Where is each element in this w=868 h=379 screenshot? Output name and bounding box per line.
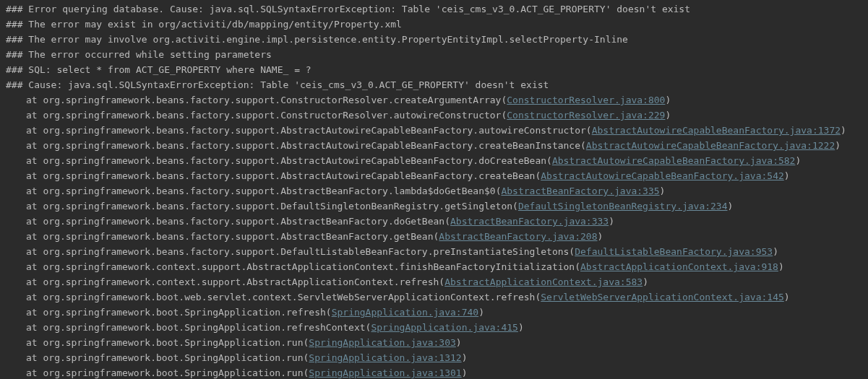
source-link[interactable]: AbstractApplicationContext.java:918 [580,261,778,272]
stack-frame: at org.springframework.beans.factory.sup… [6,123,862,138]
source-link[interactable]: AbstractBeanFactory.java:333 [450,216,609,227]
stack-frame: at org.springframework.beans.factory.sup… [6,214,862,229]
stack-method: at org.springframework.beans.factory.sup… [26,170,535,181]
source-link[interactable]: ServletWebServerApplicationContext.java:… [541,292,784,302]
stack-method: at org.springframework.context.support.A… [26,261,575,272]
stack-frame: at org.springframework.beans.factory.sup… [6,108,862,123]
stack-frame: at org.springframework.boot.SpringApplic… [6,350,862,365]
stack-method: at org.springframework.boot.web.servlet.… [26,292,535,302]
stack-method: at org.springframework.beans.factory.sup… [26,95,501,105]
stack-frame: at org.springframework.context.support.A… [6,274,862,289]
source-link[interactable]: SpringApplication.java:1312 [309,352,461,363]
stack-method: at org.springframework.beans.factory.sup… [26,231,434,242]
error-header-line: ### Cause: java.sql.SQLSyntaxErrorExcept… [6,77,862,92]
stack-frame: at org.springframework.boot.SpringApplic… [6,305,862,320]
stack-frame: at org.springframework.boot.SpringApplic… [6,335,862,350]
stack-frame: at org.springframework.beans.factory.sup… [6,92,862,108]
source-link[interactable]: AbstractApplicationContext.java:583 [444,276,643,287]
error-header-line: ### The error may involve org.activiti.e… [6,32,862,47]
error-header-line: ### The error may exist in org/activiti/… [6,17,862,32]
source-link[interactable]: AbstractAutowireCapableBeanFactory.java:… [552,155,796,166]
stack-frame: at org.springframework.beans.factory.sup… [6,183,862,199]
source-link[interactable]: DefaultListableBeanFactory.java:953 [575,246,773,257]
error-header-line: ### The error occurred while setting par… [6,47,862,62]
source-link[interactable]: AbstractBeanFactory.java:208 [439,231,597,242]
stack-method: at org.springframework.beans.factory.sup… [26,246,569,257]
stack-frame: at org.springframework.beans.factory.sup… [6,138,862,153]
stack-method: at org.springframework.boot.SpringApplic… [26,352,304,363]
error-header-line: ### SQL: select * from ACT_GE_PROPERTY w… [6,62,862,77]
stack-frame: at org.springframework.beans.factory.sup… [6,168,862,183]
stack-method: at org.springframework.boot.SpringApplic… [26,307,326,318]
stack-frame: at org.springframework.boot.SpringApplic… [6,365,862,379]
source-link[interactable]: ConstructorResolver.java:229 [507,110,665,121]
stack-method: at org.springframework.boot.SpringApplic… [26,337,304,348]
source-link[interactable]: SpringApplication.java:415 [371,322,518,333]
stack-method: at org.springframework.beans.factory.sup… [26,140,580,151]
source-link[interactable]: SpringApplication.java:303 [309,337,456,348]
stack-method: at org.springframework.beans.factory.sup… [26,125,586,136]
stack-frame: at org.springframework.beans.factory.sup… [6,153,862,168]
source-link[interactable]: AbstractAutowireCapableBeanFactory.java:… [592,125,841,136]
source-link[interactable]: AbstractBeanFactory.java:335 [501,186,659,196]
stack-method: at org.springframework.boot.SpringApplic… [26,322,366,333]
error-header-line: ### Error querying database. Cause: java… [6,1,862,17]
source-link[interactable]: SpringApplication.java:740 [332,307,479,318]
stack-frame: at org.springframework.boot.web.servlet.… [6,289,862,305]
source-link[interactable]: DefaultSingletonBeanRegistry.java:234 [518,201,728,212]
stack-method: at org.springframework.beans.factory.sup… [26,201,512,212]
console-output: ### Error querying database. Cause: java… [6,1,862,379]
stack-method: at org.springframework.beans.factory.sup… [26,216,444,227]
stack-method: at org.springframework.beans.factory.sup… [26,186,496,196]
stack-frame: at org.springframework.context.support.A… [6,259,862,274]
stack-frame: at org.springframework.boot.SpringApplic… [6,320,862,335]
stack-method: at org.springframework.context.support.A… [26,276,439,287]
stack-method: at org.springframework.boot.SpringApplic… [26,367,304,378]
stack-frame: at org.springframework.beans.factory.sup… [6,229,862,244]
stack-frame: at org.springframework.beans.factory.sup… [6,244,862,259]
stack-method: at org.springframework.beans.factory.sup… [26,110,501,121]
source-link[interactable]: ConstructorResolver.java:800 [507,95,665,105]
source-link[interactable]: AbstractAutowireCapableBeanFactory.java:… [541,170,784,181]
source-link[interactable]: SpringApplication.java:1301 [309,367,461,378]
source-link[interactable]: AbstractAutowireCapableBeanFactory.java:… [586,140,835,151]
stack-method: at org.springframework.beans.factory.sup… [26,155,546,166]
stack-frame: at org.springframework.beans.factory.sup… [6,199,862,214]
